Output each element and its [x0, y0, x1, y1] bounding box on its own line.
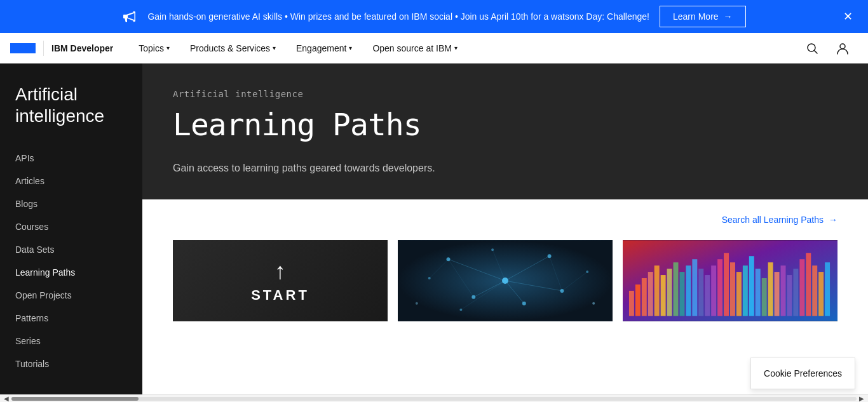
sidebar-title: Artificial intelligence: [0, 84, 142, 126]
sidebar-nav: APIs Articles Blogs Courses Data Sets Le…: [0, 147, 142, 375]
card-data-viz[interactable]: [623, 240, 837, 321]
nav-link-engagement[interactable]: Engagement ▾: [286, 33, 362, 64]
start-card-label: START: [251, 287, 309, 304]
hero-description: Gain access to learning paths geared tow…: [173, 163, 554, 174]
svg-rect-42: [717, 259, 722, 316]
data-viz-visualization: [623, 240, 837, 321]
ibm-logo-text: IBM: [13, 43, 33, 53]
svg-rect-35: [674, 262, 679, 316]
svg-rect-56: [806, 253, 811, 316]
svg-rect-43: [724, 253, 729, 316]
nav-divider: [43, 41, 44, 56]
hero-category: Artificial intelligence: [173, 89, 837, 99]
ibm-logo[interactable]: IBM: [10, 43, 36, 53]
svg-rect-51: [775, 272, 780, 316]
cookie-preferences-label: Cookie Preferences: [764, 368, 842, 379]
sidebar-item-articles[interactable]: Articles: [0, 170, 142, 192]
svg-rect-40: [705, 275, 710, 316]
profile-button[interactable]: [827, 33, 858, 64]
learn-more-button[interactable]: Learn More →: [660, 6, 746, 27]
svg-rect-32: [654, 265, 660, 316]
svg-rect-38: [692, 259, 697, 316]
scrollbar[interactable]: ◀ ▶: [0, 394, 868, 402]
svg-rect-29: [635, 285, 641, 316]
main-layout: Artificial intelligence APIs Articles Bl…: [0, 64, 868, 402]
svg-point-21: [428, 277, 431, 279]
scroll-left-arrow[interactable]: ◀: [1, 395, 11, 403]
svg-rect-28: [629, 291, 634, 316]
svg-rect-37: [686, 265, 691, 316]
network-visualization: [398, 240, 613, 321]
opensource-chevron-icon: ▾: [454, 44, 458, 51]
announcement-text: Gain hands-on generative AI skills • Win…: [147, 11, 649, 22]
card-network[interactable]: [398, 240, 613, 321]
svg-rect-49: [762, 278, 767, 316]
svg-rect-54: [793, 269, 798, 316]
nav-link-products[interactable]: Products & Services ▾: [180, 33, 286, 64]
svg-rect-33: [661, 275, 666, 316]
navbar: IBM IBM Developer Topics ▾ Products & Se…: [0, 33, 868, 64]
svg-rect-36: [679, 272, 684, 316]
svg-rect-34: [667, 269, 672, 316]
card-start[interactable]: ↑ START: [173, 240, 388, 321]
cards-header: Search all Learning Paths →: [173, 215, 837, 225]
scroll-right-arrow[interactable]: ▶: [857, 395, 867, 403]
sidebar-item-patterns[interactable]: Patterns: [0, 307, 142, 330]
announcement-bar: Gain hands-on generative AI skills • Win…: [0, 0, 868, 33]
sidebar-item-tutorials[interactable]: Tutorials: [0, 352, 142, 375]
svg-point-17: [471, 295, 475, 299]
svg-point-19: [560, 289, 564, 293]
sidebar-item-datasets[interactable]: Data Sets: [0, 238, 142, 261]
hero-title: Learning Paths: [173, 107, 837, 142]
hero-section: Artificial intelligence Learning Paths G…: [142, 64, 868, 199]
ibm-logo-box: IBM: [10, 43, 36, 53]
svg-line-1: [815, 50, 818, 53]
sidebar-item-learning-paths[interactable]: Learning Paths: [0, 261, 142, 284]
svg-point-24: [459, 309, 462, 311]
sidebar-item-blogs[interactable]: Blogs: [0, 192, 142, 215]
svg-point-25: [592, 302, 595, 305]
svg-rect-41: [711, 265, 716, 316]
engagement-chevron-icon: ▾: [349, 44, 352, 51]
svg-point-16: [447, 257, 451, 261]
svg-rect-58: [818, 272, 824, 316]
sidebar-item-courses[interactable]: Courses: [0, 215, 142, 238]
search-all-learning-paths-link[interactable]: Search all Learning Paths →: [722, 215, 837, 225]
user-icon: [836, 42, 849, 55]
svg-rect-59: [825, 262, 830, 316]
sidebar-item-series[interactable]: Series: [0, 330, 142, 352]
svg-rect-45: [736, 272, 742, 316]
svg-rect-48: [756, 269, 761, 316]
svg-point-20: [522, 302, 526, 305]
svg-rect-30: [642, 278, 647, 316]
nav-links: Topics ▾ Products & Services ▾ Engagemen…: [128, 33, 797, 64]
svg-rect-57: [812, 265, 817, 316]
sidebar-item-apis[interactable]: APIs: [0, 147, 142, 170]
sidebar: Artificial intelligence APIs Articles Bl…: [0, 64, 142, 402]
svg-rect-50: [768, 262, 773, 316]
scrollbar-thumb[interactable]: [11, 397, 139, 401]
close-announcement-button[interactable]: ✕: [837, 6, 858, 27]
svg-point-15: [502, 278, 508, 284]
svg-rect-53: [787, 275, 792, 316]
sidebar-item-open-projects[interactable]: Open Projects: [0, 284, 142, 307]
megaphone-icon: [122, 9, 137, 24]
svg-point-26: [416, 302, 418, 305]
nav-link-topics[interactable]: Topics ▾: [128, 33, 180, 64]
svg-rect-39: [698, 269, 703, 316]
start-arrow-icon: ↑: [275, 258, 286, 285]
svg-rect-52: [781, 265, 786, 316]
svg-rect-47: [749, 256, 754, 316]
search-button[interactable]: [797, 33, 827, 64]
svg-point-18: [548, 254, 552, 258]
svg-rect-31: [648, 272, 653, 316]
topics-chevron-icon: ▾: [166, 44, 170, 51]
nav-link-opensource[interactable]: Open source at IBM ▾: [362, 33, 468, 64]
svg-rect-44: [730, 262, 735, 316]
content-area: Artificial intelligence Learning Paths G…: [142, 64, 868, 402]
scrollbar-track[interactable]: [11, 397, 857, 401]
svg-point-22: [586, 271, 588, 273]
products-chevron-icon: ▾: [273, 44, 276, 51]
svg-point-2: [840, 44, 845, 49]
cookie-preferences-popup[interactable]: Cookie Preferences: [750, 358, 855, 389]
